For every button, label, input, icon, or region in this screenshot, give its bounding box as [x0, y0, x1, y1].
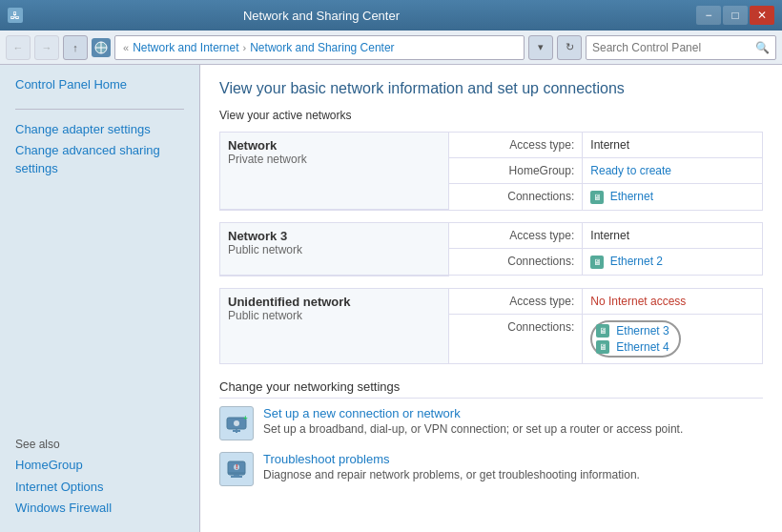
connections-label-1: Connections:	[449, 184, 583, 211]
setting-new-connection-text: Set up a new connection or network Set u…	[263, 406, 683, 436]
sidebar: Control Panel Home Change adapter settin…	[0, 65, 200, 532]
new-connection-desc: Set up a broadband, dial-up, or VPN conn…	[263, 422, 683, 436]
sidebar-change-advanced-sharing[interactable]: Change advanced sharing settings	[15, 142, 184, 176]
sidebar-windows-firewall[interactable]: Windows Firewall	[15, 500, 184, 517]
troubleshoot-link[interactable]: Troubleshoot problems	[263, 452, 640, 466]
setting-item-troubleshoot: ! Troubleshoot problems Diagnose and rep…	[219, 452, 763, 486]
setting-item-new-connection: + Set up a new connection or network Set…	[219, 406, 763, 440]
networking-settings: Change your networking settings + Set up…	[219, 379, 763, 486]
search-box: 🔍	[586, 35, 776, 60]
title-bar: 🖧 Network and Sharing Center − □ ✕	[0, 0, 782, 31]
breadcrumb-bar: « Network and Internet › Network and Sha…	[114, 35, 525, 60]
ethernet-icon-2: 🖥	[590, 256, 604, 269]
network2-name: Network 3	[228, 229, 441, 243]
troubleshoot-icon: !	[219, 452, 254, 486]
networking-settings-title: Change your networking settings	[219, 379, 763, 399]
svg-text:!: !	[236, 462, 238, 471]
window-title: Network and Sharing Center	[0, 9, 696, 23]
network3-type: Public network	[228, 309, 441, 322]
connections-label-3: Connections:	[449, 314, 583, 363]
network3-name: Unidentified network	[228, 295, 441, 309]
close-button[interactable]: ✕	[750, 6, 774, 25]
dropdown-button[interactable]: ▾	[528, 35, 553, 60]
sidebar-internet-options[interactable]: Internet Options	[15, 479, 184, 496]
new-connection-link[interactable]: Set up a new connection or network	[263, 406, 683, 420]
connections-label-2: Connections:	[449, 249, 583, 276]
sidebar-control-panel-home[interactable]: Control Panel Home	[15, 76, 184, 93]
homegroup-label-1: HomeGroup:	[449, 158, 583, 184]
access-type-value-3: No Internet access	[583, 288, 763, 314]
ethernet2-link[interactable]: Ethernet 2	[610, 255, 663, 268]
see-also-title: See also	[15, 438, 184, 451]
access-type-label-1: Access type:	[449, 133, 583, 158]
ethernet-highlight: 🖥 Ethernet 3 🖥 Ethernet 4	[590, 320, 680, 358]
back-button[interactable]: ←	[6, 35, 31, 60]
ethernet-icon-3b: 🖥	[596, 340, 609, 354]
homegroup-link[interactable]: Ready to create	[590, 164, 671, 177]
network2-type: Public network	[228, 243, 441, 256]
table-row-spacer	[220, 210, 763, 223]
access-type-label-3: Access type:	[449, 288, 583, 314]
refresh-button[interactable]: ↻	[557, 35, 582, 60]
content-area: View your basic network information and …	[200, 65, 782, 532]
ethernet4-link[interactable]: Ethernet 4	[616, 340, 669, 354]
active-networks-label: View your active networks	[219, 109, 763, 122]
page-title: View your basic network information and …	[219, 80, 763, 97]
networks-table: Network Private network Access type: Int…	[219, 132, 763, 364]
table-row: Network 3 Public network Access type: In…	[220, 223, 763, 249]
network1-type: Private network	[228, 153, 441, 166]
svg-text:+: +	[243, 414, 248, 422]
access-type-value-2: Internet	[583, 223, 763, 249]
ethernet-icon-3a: 🖥	[596, 324, 609, 338]
network1-name: Network	[228, 138, 441, 153]
network-internet-icon	[92, 38, 111, 57]
sidebar-homegroup[interactable]: HomeGroup	[15, 457, 184, 474]
table-row: Network Private network Access type: Int…	[220, 133, 763, 158]
address-bar: ← → ↑ « Network and Internet › Network a…	[0, 31, 782, 65]
search-icon: 🔍	[755, 41, 770, 54]
troubleshoot-desc: Diagnose and repair network problems, or…	[263, 468, 640, 481]
ethernet-link-1[interactable]: Ethernet	[610, 190, 653, 203]
breadcrumb-sharing-center[interactable]: Network and Sharing Center	[250, 41, 394, 54]
minimize-button[interactable]: −	[696, 6, 721, 25]
up-button[interactable]: ↑	[63, 35, 88, 60]
restore-button[interactable]: □	[723, 6, 748, 25]
window-controls: − □ ✕	[696, 6, 774, 25]
table-row-spacer	[220, 276, 763, 289]
search-input[interactable]	[592, 41, 755, 54]
sidebar-change-adapter[interactable]: Change adapter settings	[15, 121, 184, 138]
access-type-label-2: Access type:	[449, 223, 583, 249]
svg-point-4	[234, 420, 239, 426]
access-type-value-1: Internet	[583, 133, 763, 158]
new-connection-icon: +	[219, 406, 254, 440]
setting-troubleshoot-text: Troubleshoot problems Diagnose and repai…	[263, 452, 640, 481]
see-also-section: See also HomeGroup Internet Options Wind…	[15, 438, 184, 521]
breadcrumb-network-internet[interactable]: Network and Internet	[133, 41, 238, 54]
ethernet3-link[interactable]: Ethernet 3	[616, 324, 669, 338]
ethernet-icon-1: 🖥	[590, 191, 604, 204]
table-row: Unidentified network Public network Acce…	[220, 288, 763, 314]
forward-button[interactable]: →	[34, 35, 59, 60]
